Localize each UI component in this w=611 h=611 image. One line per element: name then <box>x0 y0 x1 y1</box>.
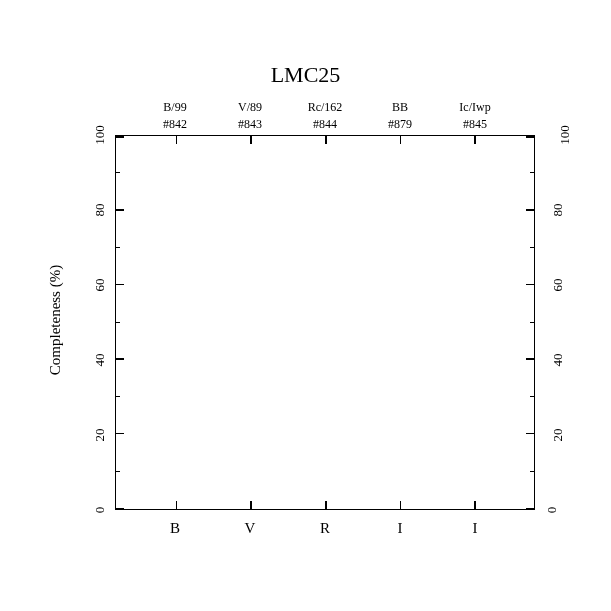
col-header-top: Ic/Iwp <box>459 100 490 115</box>
xtick: V <box>245 520 256 537</box>
xtick: B <box>170 520 180 537</box>
plot-area <box>115 135 535 510</box>
ytick-left: 80 <box>92 204 108 217</box>
xtick: I <box>473 520 478 537</box>
xtick: R <box>320 520 330 537</box>
ytick-right: 100 <box>557 125 573 145</box>
col-header-num: #845 <box>463 117 487 132</box>
y-axis-label: Completeness (%) <box>47 265 64 375</box>
col-header-num: #842 <box>163 117 187 132</box>
ytick-right: 60 <box>550 279 566 292</box>
col-header-top: BB <box>392 100 408 115</box>
ytick-right: 40 <box>550 354 566 367</box>
ytick-left: 40 <box>92 354 108 367</box>
chart-title: LMC25 <box>0 62 611 88</box>
xtick: I <box>398 520 403 537</box>
col-header-num: #879 <box>388 117 412 132</box>
ytick-left: 20 <box>92 429 108 442</box>
ytick-left: 0 <box>92 507 108 514</box>
col-header-top: V/89 <box>238 100 262 115</box>
col-header-top: Rc/162 <box>308 100 343 115</box>
ytick-right: 0 <box>544 507 560 514</box>
ytick-right: 80 <box>550 204 566 217</box>
ytick-left: 60 <box>92 279 108 292</box>
col-header-top: B/99 <box>163 100 186 115</box>
ytick-left: 100 <box>92 125 108 145</box>
col-header-num: #844 <box>313 117 337 132</box>
ytick-right: 20 <box>550 429 566 442</box>
col-header-num: #843 <box>238 117 262 132</box>
